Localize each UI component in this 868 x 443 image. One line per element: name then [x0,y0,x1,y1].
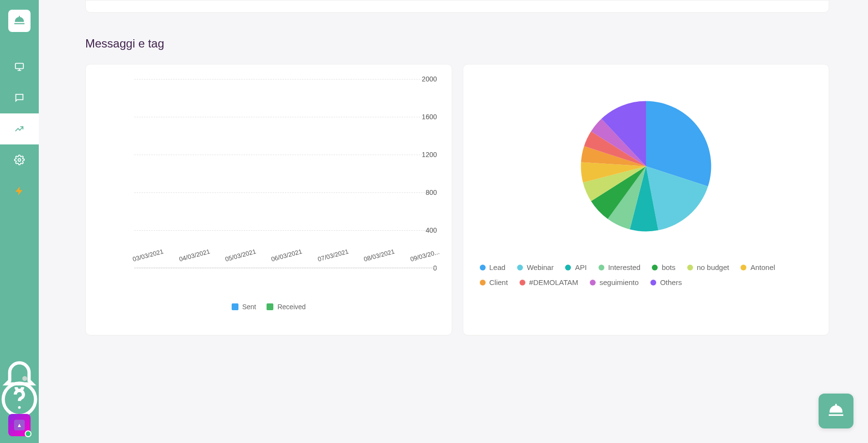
sidebar [0,0,39,443]
sidebar-bottom [0,361,39,443]
legend-swatch [232,303,238,310]
svg-rect-0 [16,63,24,69]
legend-label: Others [660,278,682,286]
bar-chart-legend: SentReceived [95,303,442,311]
legend-label: no budget [697,263,729,271]
bar-plot-area [134,79,437,268]
app-logo[interactable] [8,10,31,32]
legend-item-seguimiento[interactable]: seguimiento [590,278,639,286]
legend-swatch [650,280,656,285]
gear-icon [14,155,25,165]
monitor-icon [14,62,25,72]
legend-label: API [575,263,586,271]
notifications-button[interactable] [0,361,39,388]
legend-label: Lead [489,263,505,271]
sidebar-nav [0,51,39,206]
legend-swatch [267,303,273,310]
legend-label: bots [662,263,675,271]
legend-swatch [520,280,525,285]
legend-swatch [652,265,658,270]
legend-item--demolatam[interactable]: #DEMOLATAM [520,278,578,286]
legend-label: Webinar [527,263,554,271]
legend-label: seguimiento [600,278,639,286]
legend-swatch [687,265,693,270]
presence-online [25,430,32,437]
legend-label: Interested [608,263,641,271]
pie-chart-legend: LeadWebinarAPIInterestedbotsno budgetAnt… [473,263,820,286]
user-avatar[interactable] [8,414,31,436]
legend-item-sent[interactable]: Sent [232,303,256,311]
bar-chart-card: 0400800120016002000 03/03/202104/03/2021… [85,64,452,335]
trend-up-icon [14,124,25,134]
legend-item-antonel[interactable]: Antonel [741,263,775,271]
legend-item-lead[interactable]: Lead [480,263,505,271]
sidebar-item-dashboard[interactable] [0,51,39,82]
legend-swatch [517,265,523,270]
legend-item-client[interactable]: Client [480,278,508,286]
sidebar-item-automations[interactable] [0,175,39,206]
legend-swatch [590,280,596,285]
legend-swatch [480,280,486,285]
previous-card-stub [85,0,829,13]
sidebar-item-settings[interactable] [0,144,39,175]
charts-row: 0400800120016002000 03/03/202104/03/2021… [85,64,829,335]
legend-swatch [480,265,486,270]
notification-dot [22,376,27,381]
legend-label: #DEMOLATAM [529,278,578,286]
legend-label: Received [277,303,305,311]
legend-item-webinar[interactable]: Webinar [517,263,554,271]
bell-icon [0,355,39,394]
pie-chart [578,98,714,234]
bar-chart: 0400800120016002000 [95,79,442,268]
gridline [134,268,437,269]
section-title: Messaggi e tag [85,37,829,50]
legend-item-api[interactable]: API [565,263,586,271]
sidebar-item-analytics[interactable] [0,113,39,144]
legend-label: Sent [242,303,256,311]
bar-chart-x-labels: 03/03/202104/03/202105/03/202106/03/2021… [125,256,447,263]
legend-swatch [565,265,571,270]
legend-item-interested[interactable]: Interested [599,263,641,271]
bolt-icon [14,186,25,196]
legend-item-received[interactable]: Received [267,303,305,311]
legend-swatch [599,265,604,270]
main-content: Messaggi e tag 0400800120016002000 03/03… [39,0,868,443]
svg-point-3 [18,406,20,409]
legend-label: Client [489,278,508,286]
svg-point-1 [18,158,21,161]
legend-label: Antonel [750,263,775,271]
legend-swatch [741,265,746,270]
legend-item-no-budget[interactable]: no budget [687,263,729,271]
sidebar-item-chat[interactable] [0,82,39,113]
chat-icon [14,93,25,103]
legend-item-others[interactable]: Others [650,278,682,286]
chat-fab[interactable] [819,394,853,428]
bell-service-icon [826,401,846,421]
legend-item-bots[interactable]: bots [652,263,675,271]
avatar-glyph [14,420,25,430]
bell-service-icon [13,14,26,28]
pie-chart-card: LeadWebinarAPIInterestedbotsno budgetAnt… [463,64,830,335]
